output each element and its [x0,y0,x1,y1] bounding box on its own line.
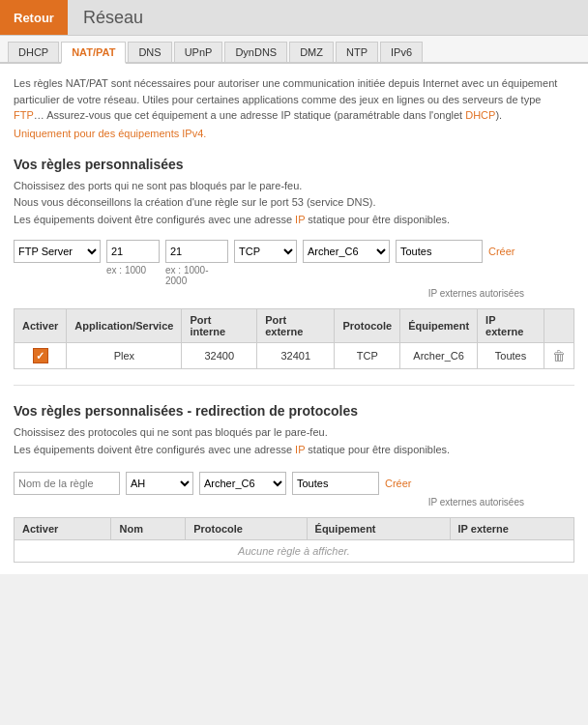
row-proto: TCP [335,343,400,369]
rules-table: Activer Application/Service Port interne… [14,308,574,369]
tab-dmz[interactable]: DMZ [289,42,334,62]
col-service: Application/Service [67,309,182,343]
page-title: Réseau [68,8,143,28]
pcol-nom: Nom [111,518,186,540]
col-activer: Activer [15,309,67,343]
ip-ext-hint: IP externes autorisées [428,288,524,299]
row-service: Plex [67,343,182,369]
table-row: Plex 32400 32401 TCP Archer_C6 Toutes 🗑 [15,343,574,369]
col-port-int: Port interne [182,309,257,343]
header: Retour Réseau [0,0,588,36]
retour-button[interactable]: Retour [0,0,68,35]
tab-dhcp[interactable]: DHCP [8,42,59,62]
proto-rules-table: Activer Nom Protocole Équipement IP exte… [14,517,574,563]
device-select[interactable]: Archer_C6 [303,240,390,263]
service-select[interactable]: FTP Server HTTP HTTPS Custom [14,240,101,263]
tab-dns[interactable]: DNS [128,42,171,62]
row-device: Archer_C6 [400,343,478,369]
section2-sub2: Les équipements doivent être configurés … [14,442,574,459]
info-text-1: Les règles NAT/PAT sont nécessaires pour… [14,75,574,124]
tab-ipv6[interactable]: IPv6 [380,42,423,62]
ipv4-note: Uniquement pour des équipements IPv4. [14,128,574,139]
rule-form-row: FTP Server HTTP HTTPS Custom TCP UDP TCP… [14,240,574,263]
delete-icon[interactable]: 🗑 [552,348,566,363]
row-port-ext: 32401 [257,343,335,369]
tabs-bar: DHCP NAT/PAT DNS UPnP DynDNS DMZ NTP IPv… [0,36,588,64]
pcol-ip: IP externe [450,518,573,540]
col-device: Équipement [400,309,478,343]
tab-dyndns[interactable]: DynDNS [224,42,287,62]
section2-title: Vos règles personnalisées - redirection … [14,403,574,419]
ftp-link[interactable]: FTP [14,109,34,121]
col-actions [544,309,573,343]
ip-label2: IP [295,444,305,455]
section1-sub1: Choissisez des ports qui ne sont pas blo… [14,178,574,195]
ip-input[interactable] [396,240,483,263]
tab-ntp[interactable]: NTP [336,42,378,62]
section1-sub2: Nous vous déconseillons la création d'un… [14,194,574,212]
active-checkbox[interactable] [33,348,48,363]
col-ip-ext: IP externe [478,309,544,343]
pcol-activer: Activer [15,518,111,540]
tab-natpat[interactable]: NAT/PAT [61,42,126,64]
proto-select[interactable]: AH ESP GRE [126,472,193,495]
port-external-input[interactable] [165,240,228,263]
creer-button[interactable]: Créer [488,246,515,257]
row-ip: Toutes [478,343,544,369]
section2-sub1: Choissisez des protocoles qui ne sont pa… [14,424,574,442]
protocol-select[interactable]: TCP UDP TCP+UDP [234,240,297,263]
dhcp-link[interactable]: DHCP [465,109,495,121]
proto-empty-row: Aucune règle à afficher. [15,540,574,563]
proto-ip-hint: IP externes autorisées [428,497,524,508]
main-content: Les règles NAT/PAT sont nécessaires pour… [0,64,588,574]
col-port-ext: Port externe [257,309,335,343]
proto-ip-input[interactable] [292,472,379,495]
row-delete[interactable]: 🗑 [544,343,573,369]
row-active[interactable] [15,343,67,369]
divider [14,385,574,386]
proto-table-header-row: Activer Nom Protocole Équipement IP exte… [15,518,574,540]
proto-device-select[interactable]: Archer_C6 [199,472,286,495]
section1-sub3: Les équipements doivent être configurés … [14,212,574,229]
table-header-row: Activer Application/Service Port interne… [15,309,574,343]
col-proto: Protocole [335,309,400,343]
port-internal-input[interactable] [106,240,160,263]
pcol-proto: Protocole [186,518,307,540]
section1-title: Vos règles personnalisées [14,157,574,172]
proto-creer-button[interactable]: Créer [385,478,412,489]
ip-label: IP [295,214,305,225]
rule-name-input[interactable] [14,472,120,495]
pcol-device: Équipement [307,518,450,540]
row-port-int: 32400 [182,343,257,369]
tab-upnp[interactable]: UPnP [174,42,223,62]
proto-empty-cell: Aucune règle à afficher. [15,540,574,563]
proto-form-row: AH ESP GRE Archer_C6 Créer [14,472,574,495]
port-ext-hint: ex : 1000-2000 [165,265,228,286]
port-int-hint: ex : 1000 [106,265,160,286]
